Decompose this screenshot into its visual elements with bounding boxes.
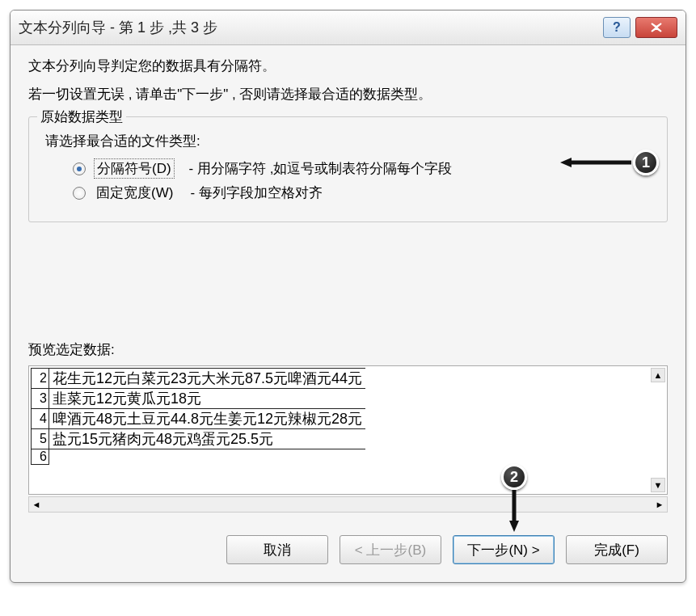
row-text (49, 449, 366, 465)
wizard-dialog: 文本分列向导 - 第 1 步 ,共 3 步 ? 文本分列向导判定您的数据具有分隔… (10, 10, 686, 583)
callout-2: 2 (501, 464, 527, 532)
row-text: 啤酒元48元土豆元44.8元生姜元12元辣椒元28元 (49, 409, 366, 429)
radio-delimited-desc: - 用分隔字符 ,如逗号或制表符分隔每个字段 (189, 159, 453, 178)
arrow-down-icon (508, 490, 521, 532)
preview-row: 6 (32, 449, 366, 465)
preview-label: 预览选定数据: (28, 340, 668, 359)
row-num: 5 (32, 429, 49, 449)
dialog-title: 文本分列向导 - 第 1 步 ,共 3 步 (19, 18, 603, 37)
svg-marker-3 (509, 521, 519, 532)
callout-2-badge: 2 (501, 464, 527, 490)
radio-delimited-label[interactable]: 分隔符号(D) (94, 158, 175, 179)
spacer (28, 243, 668, 340)
row-num: 4 (32, 409, 49, 429)
preview-row: 4 啤酒元48元土豆元44.8元生姜元12元辣椒元28元 (32, 409, 366, 429)
scroll-left-icon[interactable]: ◄ (29, 498, 44, 511)
radio-fixed-width[interactable] (73, 187, 86, 200)
scroll-up-icon[interactable]: ▲ (651, 368, 665, 382)
choose-file-type-label: 请选择最合适的文件类型: (45, 132, 656, 150)
preview-row: 3 韭菜元12元黄瓜元18元 (32, 389, 366, 409)
help-button[interactable]: ? (603, 17, 631, 38)
titlebar-buttons: ? (603, 17, 677, 38)
arrow-left-icon (560, 156, 633, 169)
row-text: 盐元15元猪肉元48元鸡蛋元25.5元 (49, 429, 366, 449)
preview-row: 2 花生元12元白菜元23元大米元87.5元啤酒元44元 (32, 369, 366, 389)
close-icon (650, 19, 663, 36)
scroll-down-icon[interactable]: ▼ (651, 478, 665, 492)
back-button: < 上一步(B) (340, 535, 441, 564)
cancel-button[interactable]: 取消 (226, 535, 328, 564)
row-text: 韭菜元12元黄瓜元18元 (49, 389, 366, 409)
fieldset-legend: 原始数据类型 (37, 108, 126, 126)
titlebar: 文本分列向导 - 第 1 步 ,共 3 步 ? (11, 11, 685, 45)
radio-delimited[interactable] (73, 162, 86, 175)
svg-marker-1 (560, 158, 572, 167)
close-button[interactable] (635, 17, 677, 38)
radio-fixed-width-label[interactable]: 固定宽度(W) (94, 184, 175, 202)
data-type-fieldset: 原始数据类型 请选择最合适的文件类型: 分隔符号(D) - 用分隔字符 ,如逗号… (28, 116, 668, 222)
finish-button[interactable]: 完成(F) (566, 535, 668, 564)
help-icon: ? (613, 20, 621, 35)
row-num: 6 (32, 449, 49, 465)
callout-1: 1 (560, 150, 659, 175)
intro-text-1: 文本分列向导判定您的数据具有分隔符。 (28, 57, 668, 75)
preview-row: 5 盐元15元猪肉元48元鸡蛋元25.5元 (32, 429, 366, 449)
row-num: 2 (32, 369, 49, 389)
option-fixed-width-row: 固定宽度(W) - 每列字段加空格对齐 (73, 184, 656, 202)
row-text: 花生元12元白菜元23元大米元87.5元啤酒元44元 (49, 369, 366, 389)
radio-fixed-width-desc: - 每列字段加空格对齐 (190, 184, 322, 202)
dialog-body: 文本分列向导判定您的数据具有分隔符。 若一切设置无误 , 请单击"下一步" , … (11, 45, 685, 582)
intro-text-2: 若一切设置无误 , 请单击"下一步" , 否则请选择最合适的数据类型。 (28, 85, 668, 103)
row-num: 3 (32, 389, 49, 409)
preview-box: 2 花生元12元白菜元23元大米元87.5元啤酒元44元 3 韭菜元12元黄瓜元… (28, 365, 668, 495)
next-button[interactable]: 下一步(N) > (453, 535, 555, 564)
preview-table: 2 花生元12元白菜元23元大米元87.5元啤酒元44元 3 韭菜元12元黄瓜元… (31, 368, 365, 465)
horizontal-scrollbar[interactable]: ◄ ► (28, 496, 668, 513)
scroll-right-icon[interactable]: ► (652, 498, 667, 511)
button-row: 取消 < 上一步(B) 下一步(N) > 完成(F) 2 (28, 535, 668, 564)
callout-1-badge: 1 (633, 150, 659, 175)
